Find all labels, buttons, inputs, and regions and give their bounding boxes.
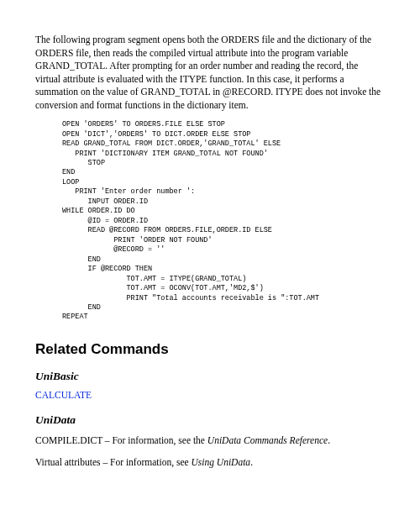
compile-dict-paragraph: COMPILE.DICT – For information, see the … (35, 434, 385, 448)
page: The following program segment opens both… (0, 0, 420, 510)
intro-paragraph: The following program segment opens both… (35, 34, 385, 112)
related-commands-heading: Related Commands (35, 341, 385, 358)
compile-text-b: . (328, 435, 330, 445)
virtual-text-a: Virtual attributes – For information, se… (35, 457, 192, 467)
virtual-attr-paragraph: Virtual attributes – For information, se… (35, 455, 385, 470)
compile-text-a: COMPILE.DICT – For information, see the (35, 435, 207, 445)
virtual-text-em: Using UniData (192, 457, 251, 467)
calculate-link[interactable]: CALCULATE (35, 390, 385, 400)
unibasic-heading: UniBasic (35, 370, 385, 383)
virtual-text-b: . (250, 457, 253, 467)
unidata-heading: UniData (35, 413, 385, 427)
compile-text-em: UniData Commands Reference (207, 435, 328, 445)
code-block: OPEN 'ORDERS' TO ORDERS.FILE ELSE STOP O… (62, 120, 385, 323)
